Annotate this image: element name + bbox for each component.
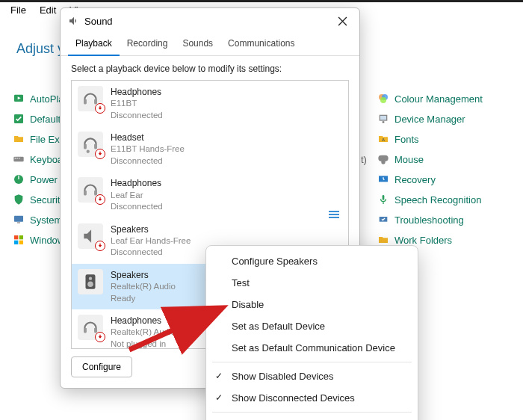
cp-link-trouble[interactable]: Troubleshooting <box>377 214 483 226</box>
cp-link-default[interactable]: Default <box>13 113 67 125</box>
truncated-text: t) <box>361 154 367 165</box>
app-top-border <box>0 0 523 2</box>
svg-rect-10 <box>14 235 18 239</box>
context-item[interactable]: Disable <box>206 294 418 315</box>
menu-file[interactable]: File <box>4 3 32 17</box>
cp-link-keyboard[interactable]: Keyboa <box>13 153 67 165</box>
device-driver: Leaf Ear Hands-Free <box>111 235 191 247</box>
context-separator <box>212 362 412 362</box>
headphones-icon <box>78 86 103 111</box>
device-status: Disconnected <box>111 110 163 122</box>
disconnected-badge-icon <box>95 149 105 159</box>
context-item[interactable]: Show Disconnected Devices <box>206 387 418 409</box>
mouse-icon <box>377 153 389 165</box>
power-icon <box>13 173 25 185</box>
svg-rect-11 <box>19 235 23 239</box>
svg-point-34 <box>87 281 93 287</box>
device-status: Disconnected <box>111 247 191 259</box>
tab-communications[interactable]: Communications <box>220 34 302 55</box>
cp-link-label: Mouse <box>394 154 424 165</box>
device-name: Speakers <box>111 223 191 235</box>
svg-rect-35 <box>84 328 86 333</box>
context-item[interactable]: Test <box>206 272 418 294</box>
cp-link-label: Speech Recognition <box>394 194 481 206</box>
cp-link-fonts[interactable]: AFonts <box>377 133 483 145</box>
cp-link-recovery[interactable]: Recovery <box>377 173 483 185</box>
svg-rect-25 <box>84 99 86 105</box>
svg-rect-30 <box>84 191 86 197</box>
context-item[interactable]: Configure Speakers <box>206 250 418 272</box>
device-status: Not plugged in <box>111 339 176 348</box>
cp-link-windows[interactable]: Window <box>13 234 67 246</box>
svg-point-16 <box>380 97 386 103</box>
cp-link-label: Device Manager <box>394 114 465 125</box>
security-icon <box>13 194 25 206</box>
cp-link-label: Default <box>30 114 61 125</box>
headphones-icon <box>78 315 103 340</box>
svg-rect-27 <box>84 144 86 149</box>
device-item[interactable]: HeadphonesLeaf EarDisconnected <box>72 172 348 217</box>
disconnected-badge-icon <box>95 332 105 342</box>
device-driver: Realtek(R) Audio <box>111 281 176 293</box>
speech-icon <box>377 194 389 206</box>
svg-rect-9 <box>17 222 20 223</box>
context-item[interactable]: Set as Default Communication Device <box>206 337 418 359</box>
svg-point-29 <box>87 150 90 153</box>
headphones-icon <box>78 177 103 203</box>
cp-link-speech[interactable]: Speech Recognition <box>377 194 483 206</box>
windows-icon <box>13 234 25 246</box>
context-item[interactable]: Set as Default Device <box>206 315 418 337</box>
cp-link-work[interactable]: Work Folders <box>377 234 483 246</box>
cp-link-label: Fonts <box>394 134 419 145</box>
tab-playback[interactable]: Playback <box>68 34 120 56</box>
cp-link-system[interactable]: System <box>13 214 67 226</box>
device-item[interactable]: HeadphonesE11BTDisconnected <box>72 81 348 126</box>
dialog-title: Sound <box>84 16 332 27</box>
speaker-icon <box>78 223 103 249</box>
disconnected-badge-icon <box>95 194 105 205</box>
device-name: Headset <box>111 132 185 143</box>
sound-icon <box>68 15 80 27</box>
speakerbox-icon <box>78 269 103 294</box>
svg-rect-4 <box>16 158 17 158</box>
cp-link-mouse[interactable]: Mouse <box>377 153 483 165</box>
svg-rect-13 <box>19 241 23 244</box>
fileexp-icon <box>13 133 25 145</box>
cp-link-autoplay[interactable]: AutoPla <box>13 93 67 105</box>
device-driver: E11BT Hands-Free <box>111 143 185 155</box>
svg-rect-7 <box>18 176 19 179</box>
cp-link-power[interactable]: Power C <box>13 173 67 185</box>
headset-icon <box>78 132 103 157</box>
fonts-icon: A <box>377 133 389 145</box>
cp-link-fileexp[interactable]: File Exp <box>13 133 67 145</box>
context-item[interactable]: Show Disabled Devices <box>206 365 418 387</box>
configure-button[interactable]: Configure <box>71 356 132 377</box>
selected-indicator-icon <box>329 211 339 218</box>
svg-rect-28 <box>94 144 96 149</box>
device-driver: Realtek(R) Audio <box>111 327 176 339</box>
context-separator <box>212 412 412 413</box>
cp-link-security[interactable]: Security <box>13 194 67 206</box>
svg-rect-8 <box>14 216 23 222</box>
svg-point-33 <box>89 277 92 280</box>
cp-link-device[interactable]: Device Manager <box>377 113 483 125</box>
cp-link-label: Troubleshooting <box>394 214 464 226</box>
close-button[interactable] <box>332 11 352 31</box>
trouble-icon <box>377 214 389 226</box>
cp-link-label: Recovery <box>394 174 436 185</box>
work-icon <box>377 234 389 246</box>
cp-link-label: AutoPla <box>30 93 64 105</box>
tab-sounds[interactable]: Sounds <box>175 34 220 55</box>
cp-link-colour[interactable]: Colour Management <box>377 93 483 105</box>
tab-recording[interactable]: Recording <box>120 34 176 55</box>
instruction-text: Select a playback device below to modify… <box>71 64 349 74</box>
svg-rect-2 <box>13 157 23 162</box>
svg-rect-5 <box>19 158 19 158</box>
device-name: Headphones <box>111 315 176 327</box>
device-name: Speakers <box>111 269 176 281</box>
autoplay-icon <box>13 93 25 105</box>
context-menu: Configure SpeakersTestDisableSet as Defa… <box>205 245 418 420</box>
menu-edit[interactable]: Edit <box>34 3 62 17</box>
device-item[interactable]: HeadsetE11BT Hands-FreeDisconnected <box>72 126 348 172</box>
context-item[interactable]: Properties <box>206 416 418 420</box>
